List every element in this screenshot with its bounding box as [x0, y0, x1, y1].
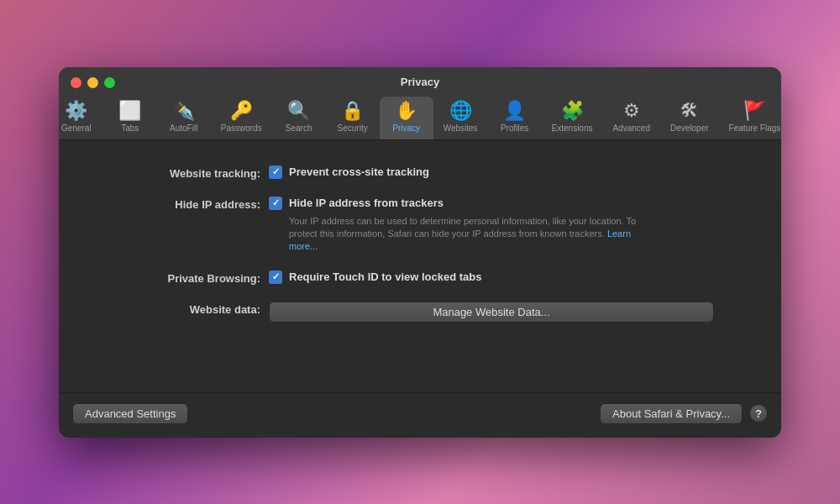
tab-general[interactable]: ⚙️ General	[59, 97, 103, 139]
tab-websites[interactable]: 🌐 Websites	[433, 97, 488, 139]
tab-passwords-label: Passwords	[221, 123, 262, 133]
private-browsing-checkbox-row: Require Touch ID to view locked tabs	[269, 270, 714, 284]
tab-search[interactable]: 🔍 Search	[272, 97, 326, 139]
tab-extensions-label: Extensions	[552, 123, 593, 133]
help-button[interactable]: ?	[749, 404, 768, 423]
private-browsing-checkbox-label: Require Touch ID to view locked tabs	[289, 270, 481, 283]
search-icon: 🔍	[287, 102, 310, 120]
hide-ip-description: Your IP address can be used to determine…	[289, 215, 642, 254]
tab-privacy[interactable]: ✋ Privacy	[380, 97, 433, 139]
tab-feature-flags[interactable]: 🚩 Feature Flags	[719, 97, 781, 139]
general-icon: ⚙️	[65, 102, 87, 120]
tab-extensions[interactable]: 🧩 Extensions	[542, 97, 603, 139]
hide-ip-checkbox-row: Hide IP address from trackers	[269, 197, 714, 210]
content-area: Website tracking: Prevent cross-site tra…	[59, 140, 781, 392]
tab-profiles-label: Profiles	[501, 123, 528, 133]
window-title: Privacy	[401, 76, 439, 88]
website-tracking-checkbox[interactable]	[269, 165, 282, 179]
tab-developer-label: Developer	[670, 123, 709, 133]
tab-advanced[interactable]: ⚙ Advanced	[603, 97, 660, 139]
website-tracking-checkbox-row: Prevent cross-site tracking	[269, 165, 714, 179]
tab-tabs[interactable]: ⬜ Tabs	[103, 97, 157, 139]
security-icon: 🔒	[341, 102, 364, 120]
tab-feature-flags-label: Feature Flags	[729, 123, 781, 133]
feature-flags-icon: 🚩	[743, 102, 766, 120]
private-browsing-control: Require Touch ID to view locked tabs	[269, 270, 714, 284]
hide-ip-checkbox[interactable]	[269, 197, 282, 210]
advanced-settings-button[interactable]: Advanced Settings	[72, 403, 188, 424]
hide-ip-row: Hide IP address: Hide IP address from tr…	[126, 197, 714, 254]
footer-right: About Safari & Privacy... ?	[600, 403, 768, 424]
tab-security-label: Security	[338, 123, 368, 133]
tab-security[interactable]: 🔒 Security	[326, 97, 380, 139]
website-data-control: Manage Website Data...	[269, 302, 714, 323]
website-tracking-label: Website tracking:	[126, 165, 260, 180]
tab-websites-label: Websites	[444, 123, 478, 133]
tab-autofill-label: AutoFill	[170, 123, 197, 133]
traffic-lights	[71, 77, 115, 88]
tab-profiles[interactable]: 👤 Profiles	[488, 97, 542, 139]
manage-website-data-button[interactable]: Manage Website Data...	[269, 302, 714, 323]
hide-ip-label: Hide IP address:	[126, 197, 260, 211]
website-tracking-control: Prevent cross-site tracking	[269, 165, 714, 179]
developer-icon: 🛠	[680, 102, 699, 120]
profiles-icon: 👤	[503, 102, 526, 120]
about-safari-button[interactable]: About Safari & Privacy...	[600, 403, 743, 424]
websites-icon: 🌐	[449, 102, 472, 120]
tab-autofill[interactable]: ✒️ AutoFill	[157, 97, 211, 139]
close-button[interactable]	[71, 77, 81, 88]
autofill-icon: ✒️	[172, 102, 195, 120]
tab-privacy-label: Privacy	[392, 123, 420, 133]
private-browsing-row: Private Browsing: Require Touch ID to vi…	[126, 270, 714, 285]
titlebar: Privacy ⚙️ General ⬜ Tabs ✒️ AutoFill 🔑 …	[59, 67, 781, 140]
hide-ip-checkbox-label: Hide IP address from trackers	[289, 197, 444, 209]
maximize-button[interactable]	[104, 77, 115, 88]
privacy-icon: ✋	[395, 102, 417, 120]
website-data-row: Website data: Manage Website Data...	[126, 302, 714, 323]
extensions-icon: 🧩	[561, 102, 584, 120]
footer: Advanced Settings About Safari & Privacy…	[59, 392, 781, 438]
website-data-label: Website data:	[126, 302, 260, 316]
tab-search-label: Search	[286, 123, 312, 133]
private-browsing-label: Private Browsing:	[126, 270, 260, 285]
tabs-icon: ⬜	[118, 102, 141, 120]
tab-passwords[interactable]: 🔑 Passwords	[211, 97, 272, 139]
website-tracking-checkbox-label: Prevent cross-site tracking	[289, 165, 429, 178]
tab-general-label: General	[61, 123, 92, 133]
website-tracking-row: Website tracking: Prevent cross-site tra…	[126, 165, 714, 180]
minimize-button[interactable]	[87, 77, 98, 88]
advanced-icon: ⚙	[623, 102, 640, 120]
safari-preferences-window: Privacy ⚙️ General ⬜ Tabs ✒️ AutoFill 🔑 …	[59, 67, 781, 438]
toolbar: ⚙️ General ⬜ Tabs ✒️ AutoFill 🔑 Password…	[59, 97, 781, 139]
tab-advanced-label: Advanced	[613, 123, 650, 133]
hide-ip-control: Hide IP address from trackers Your IP ad…	[269, 197, 714, 254]
passwords-icon: 🔑	[230, 102, 253, 120]
tab-developer[interactable]: 🛠 Developer	[660, 97, 719, 139]
tab-tabs-label: Tabs	[121, 123, 139, 133]
private-browsing-checkbox[interactable]	[269, 270, 282, 284]
